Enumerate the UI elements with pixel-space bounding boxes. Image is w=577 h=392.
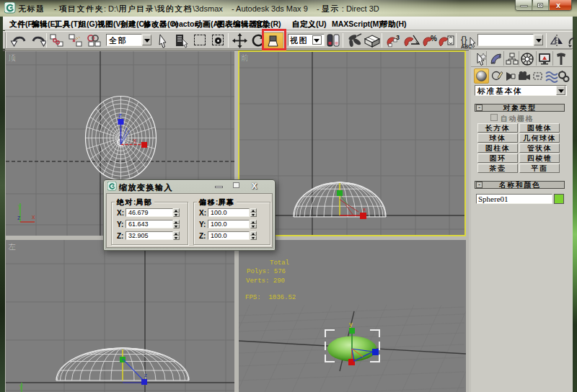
svg-text:x: x bbox=[363, 206, 366, 213]
svg-text:y: y bbox=[18, 202, 22, 210]
svg-text:z: z bbox=[144, 372, 147, 378]
svg-text:z: z bbox=[17, 214, 21, 221]
svg-text:Z: Z bbox=[118, 112, 122, 119]
svg-text:Verts: 290: Verts: 290 bbox=[246, 277, 285, 285]
svg-text:3: 3 bbox=[396, 34, 400, 41]
svg-text:FPS: 1036.52: FPS: 1036.52 bbox=[245, 294, 296, 301]
svg-text:y: y bbox=[19, 383, 23, 390]
svg-text:x: x bbox=[32, 213, 35, 220]
svg-text:%: % bbox=[431, 35, 437, 43]
svg-text:Total: Total bbox=[270, 259, 289, 267]
svg-text:{}: {} bbox=[461, 34, 467, 45]
svg-text:X: X bbox=[133, 138, 137, 144]
svg-text:y: y bbox=[349, 321, 353, 328]
svg-text:Polys: 576: Polys: 576 bbox=[247, 268, 286, 275]
